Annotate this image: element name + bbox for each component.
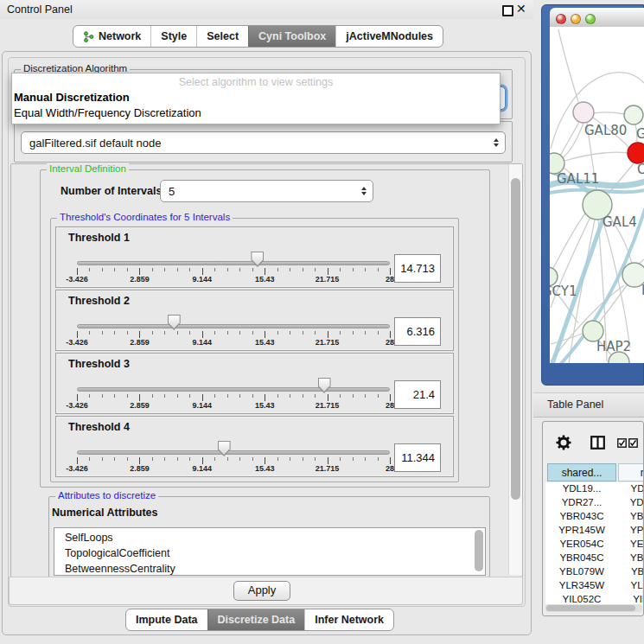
- scrollbar-thumb[interactable]: [511, 178, 520, 500]
- table-row[interactable]: YDR27...YDR2: [543, 497, 643, 511]
- attributes-list[interactable]: SelfLoopsTopologicalCoefficientBetweenne…: [54, 527, 486, 576]
- column-header-shared-name[interactable]: shared...: [547, 463, 616, 481]
- network-edge: [609, 163, 634, 194]
- popup-option-equal-width-frequency-discretization[interactable]: Equal Width/Frequency Discretization: [14, 106, 201, 119]
- close-traffic-light[interactable]: [556, 14, 566, 24]
- slider-track[interactable]: [77, 450, 390, 455]
- slider-track[interactable]: [77, 387, 390, 392]
- list-item-topologicalcoefficient[interactable]: TopologicalCoefficient: [54, 545, 485, 561]
- axis-tick: [77, 331, 78, 338]
- list-scrollbar-thumb[interactable]: [475, 530, 483, 571]
- tab-cyni-toolbox[interactable]: Cyni Toolbox: [248, 26, 335, 47]
- table-row[interactable]: YBL079WYBL0: [543, 566, 643, 580]
- threshold-value-field[interactable]: 21.4: [394, 380, 441, 409]
- axis-tick: [315, 268, 316, 271]
- axis-tick: [189, 394, 190, 398]
- scrollbar-thumb[interactable]: [546, 605, 635, 611]
- zoom-traffic-light[interactable]: [585, 14, 596, 24]
- axis-tick: [265, 457, 265, 464]
- threshold-label: Threshold 2: [68, 295, 130, 307]
- axis-tick: [77, 394, 78, 401]
- thresholds-group-title: Threshold's Coordinates for 5 Intervals: [57, 212, 233, 222]
- tab-network[interactable]: Network: [73, 26, 150, 47]
- split-panel-icon[interactable]: [590, 436, 605, 450]
- horizontal-scrollbar[interactable]: [545, 604, 642, 612]
- axis-tick: [102, 457, 103, 461]
- table-row[interactable]: YPR145WYPR1: [543, 525, 643, 539]
- network-graph: GAL80GACGAL11GAL4GCY1HHAP2: [550, 27, 644, 363]
- axis-tick: [265, 394, 265, 401]
- axis-tick: [114, 457, 115, 461]
- tab-jactivemnodules[interactable]: jActiveMNodules: [335, 26, 443, 47]
- network-canvas[interactable]: GAL80GACGAL11GAL4GCY1HHAP2: [550, 27, 644, 363]
- table-row[interactable]: YER054CYER0: [543, 539, 643, 552]
- axis-tick-label: 9.144: [193, 464, 213, 473]
- list-item-betweennesscentrality[interactable]: BetweennessCentrality: [54, 561, 485, 576]
- minimize-traffic-light[interactable]: [571, 14, 581, 24]
- checkbox-icon[interactable]: [617, 438, 627, 448]
- axis-tick: [89, 268, 90, 271]
- axis-tick-label: 15.43: [255, 401, 275, 410]
- vertical-scrollbar[interactable]: [508, 164, 522, 575]
- axis-tick: [365, 268, 366, 271]
- axis-tick: [315, 457, 316, 461]
- axis-tick: [378, 268, 379, 271]
- spinner-arrows-icon: [361, 187, 367, 195]
- cell-shared-name: YBL079W: [547, 566, 616, 577]
- threshold-value-field[interactable]: 6.316: [394, 317, 441, 346]
- cell-name: YLR3: [618, 580, 644, 590]
- popup-option-manual-discretization[interactable]: Manual Discretization: [14, 91, 130, 104]
- slider-track[interactable]: [77, 261, 390, 265]
- axis-tick-label: 2.859: [130, 464, 150, 473]
- checkbox-icon[interactable]: [628, 438, 638, 448]
- gear-icon[interactable]: [556, 435, 571, 450]
- control-panel-header: [0, 0, 533, 19]
- axis-tick: [227, 331, 228, 335]
- axis-tick: [277, 268, 278, 271]
- table-row[interactable]: YBR043CYBR0: [543, 511, 643, 525]
- table-row[interactable]: YBR045CYBR0: [543, 552, 643, 566]
- threshold-value-field[interactable]: 14.713: [394, 254, 441, 283]
- cell-shared-name: YPR145W: [547, 525, 616, 535]
- axis-tick: [102, 268, 103, 271]
- network-node[interactable]: [628, 143, 644, 163]
- axis-tick-label: 2.859: [130, 401, 150, 410]
- network-node-label: C: [637, 162, 644, 177]
- tab-discretize-data[interactable]: Discretize Data: [207, 609, 305, 630]
- tab-select[interactable]: Select: [196, 26, 248, 47]
- tab-infer-network[interactable]: Infer Network: [304, 609, 393, 630]
- axis-tick: [303, 457, 303, 461]
- axis-tick: [239, 457, 240, 461]
- apply-button[interactable]: Apply: [233, 581, 290, 601]
- tab-style[interactable]: Style: [150, 26, 196, 47]
- tab-impute-data[interactable]: Impute Data: [126, 609, 207, 630]
- list-item-selfloops[interactable]: SelfLoops: [54, 530, 485, 545]
- table-panel-title: Table Panel: [547, 399, 603, 411]
- table-data-combo[interactable]: galFiltered.sif default node: [21, 131, 506, 154]
- num-intervals-combo[interactable]: 5: [160, 180, 373, 202]
- threshold-row-4: Threshold 4-3.4262.8599.14415.4321.71528…: [55, 416, 454, 477]
- table-row[interactable]: YDL19...YDL1: [543, 483, 643, 497]
- network-node-label: GAL11: [557, 171, 599, 187]
- tab-label: jActiveMNodules: [346, 30, 433, 42]
- axis-tick: [152, 331, 153, 335]
- column-header-name[interactable]: n: [618, 463, 644, 481]
- float-window-icon[interactable]: [502, 5, 513, 16]
- network-edge: [564, 152, 628, 161]
- threshold-value-field[interactable]: 11.344: [394, 443, 441, 472]
- axis-tick: [77, 457, 78, 464]
- table-row[interactable]: YLR345WYLR3: [543, 580, 643, 594]
- close-icon[interactable]: ✕: [516, 2, 526, 16]
- network-node[interactable]: [573, 102, 594, 123]
- slider-track[interactable]: [77, 324, 390, 328]
- network-edge: [561, 123, 583, 159]
- axis-tick: [390, 457, 391, 464]
- axis-tick: [152, 394, 153, 398]
- threshold-label: Threshold 4: [68, 421, 130, 433]
- axis-tick: [340, 394, 341, 398]
- axis-tick-label: 9.144: [193, 275, 213, 284]
- axis-tick: [252, 394, 253, 398]
- network-edge: [553, 214, 585, 268]
- network-node[interactable]: [624, 105, 643, 124]
- axis-tick: [214, 457, 215, 461]
